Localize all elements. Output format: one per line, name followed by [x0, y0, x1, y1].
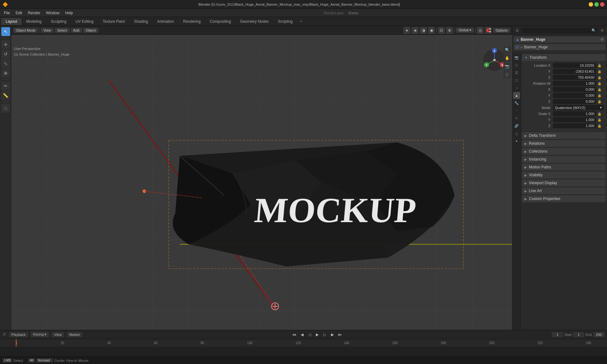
render-properties-icon[interactable]: 📷 [513, 54, 520, 61]
proportional-edit[interactable]: ◎ [477, 27, 484, 34]
play-btn[interactable]: ▶ [314, 331, 320, 338]
viewport-canvas[interactable]: MOCKUP User Perspective (1) Sc [11, 35, 512, 330]
transform-global[interactable]: Global ▾ [456, 27, 474, 33]
snap-toggle[interactable]: 🧲 [485, 27, 492, 34]
viewport-shading-wire[interactable]: ◈ [412, 27, 419, 34]
location-y-lock[interactable]: 🔒 [598, 70, 604, 73]
timeline-ruler[interactable]: 1 20 40 60 80 100 120 140 160 180 200 22… [0, 339, 607, 347]
rotation-x-value[interactable]: 0.000 [553, 87, 596, 92]
tab-uv-editing[interactable]: UV Editing [71, 18, 98, 25]
menu-help[interactable]: Help [63, 10, 76, 16]
keying-btn[interactable]: Keying ▾ [31, 332, 49, 337]
tab-compositing[interactable]: Compositing [205, 18, 236, 25]
viewport[interactable]: Object Mode View Select Add Object ● ◈ ◑… [11, 26, 512, 330]
mode-select[interactable]: Object Mode [13, 28, 38, 33]
rotation-y-value[interactable]: 0.000 [553, 93, 596, 98]
scale-x-lock[interactable]: 🔒 [598, 112, 604, 116]
object-properties-icon[interactable]: ▲ [513, 92, 520, 99]
camera-view[interactable]: 📷 [503, 63, 511, 70]
tab-sculpting[interactable]: Sculpting [46, 18, 71, 25]
particles-icon[interactable]: ∵ [513, 107, 520, 114]
constraints-icon[interactable]: 🔗 [513, 122, 520, 129]
tool-transform[interactable]: ⊕ [1, 69, 10, 77]
viewport-shading-solid[interactable]: ● [403, 27, 410, 34]
scale-z-value[interactable]: 1.000 [553, 123, 596, 128]
location-y-value[interactable]: -2363.61401 [553, 69, 596, 74]
menu-edit[interactable]: Edit [13, 10, 25, 16]
jump-start-btn[interactable]: ⏮ [291, 331, 297, 338]
relations-section[interactable]: ▶ Relations [522, 140, 606, 147]
location-x-value[interactable]: 18.23255 [553, 63, 596, 68]
viewport-shading-render[interactable]: ◉ [428, 27, 435, 34]
location-x-lock[interactable]: 🔒 [598, 64, 604, 67]
line-art-section[interactable]: ▶ Line Art [522, 187, 606, 194]
next-frame-btn[interactable]: ▶ [329, 331, 335, 338]
tab-rendering[interactable]: Rendering [179, 18, 205, 25]
rotation-mode-select[interactable]: Quaternion (WXYZ) ▾ [553, 105, 604, 110]
tool-scale[interactable]: ⤡ [1, 59, 10, 68]
minimize-button[interactable] [589, 2, 593, 7]
props-settings-icon[interactable]: ⚙ [599, 27, 606, 34]
rotation-y-lock[interactable]: 🔒 [598, 94, 604, 97]
menu-window[interactable]: Window [43, 10, 62, 16]
tab-scripting[interactable]: Scripting [273, 18, 297, 25]
location-z-lock[interactable]: 🔒 [598, 76, 604, 79]
tool-annotate[interactable]: ✏ [1, 82, 10, 90]
location-z-value[interactable]: 750.40430 [553, 75, 596, 80]
output-properties-icon[interactable]: ⬡ [513, 62, 520, 69]
scene-properties-icon[interactable]: ⬡ [513, 77, 520, 84]
tab-animation[interactable]: Animation [153, 18, 178, 25]
rotation-z-value[interactable]: 0.000 [553, 99, 596, 104]
scale-x-value[interactable]: 1.000 [553, 111, 596, 116]
modifier-properties-icon[interactable]: 🔧 [513, 100, 520, 106]
instancing-section[interactable]: ▶ Instancing [522, 156, 606, 163]
tool-rotate[interactable]: ↺ [1, 50, 10, 58]
zoom-in[interactable]: 🔍 [503, 46, 511, 54]
transform-header[interactable]: ▼ Transform [522, 54, 606, 61]
pan[interactable]: ✋ [503, 54, 511, 62]
vp-view[interactable]: View [41, 28, 53, 33]
overlay-toggle[interactable]: ⊡ [438, 27, 445, 34]
tool-select[interactable]: ↖ [1, 27, 10, 36]
start-frame-input[interactable]: 1 [573, 332, 584, 337]
maximize-button[interactable] [594, 2, 599, 7]
tool-add-cube[interactable]: □ [1, 104, 10, 113]
options-btn[interactable]: Options [493, 28, 510, 33]
material-icon[interactable]: ● [513, 137, 520, 144]
scale-z-lock[interactable]: 🔒 [598, 124, 604, 128]
tab-modeling[interactable]: Modeling [22, 18, 46, 25]
view-layer-icon[interactable]: ☰ [513, 69, 520, 76]
vp-add[interactable]: Add [71, 28, 82, 33]
tool-move[interactable]: ✛ [1, 40, 10, 49]
prev-keyframe-btn[interactable]: ◁ [306, 331, 313, 338]
vp-select[interactable]: Select [55, 28, 70, 33]
menu-render[interactable]: Render [25, 10, 43, 16]
vp-object[interactable]: Object [83, 28, 98, 33]
rotation-w-value[interactable]: 1.000 [553, 81, 596, 86]
object-data-icon[interactable]: △ [513, 130, 520, 137]
rotation-w-lock[interactable]: 🔒 [598, 82, 604, 85]
prev-frame-btn[interactable]: ◀ [299, 331, 305, 338]
menu-file[interactable]: File [1, 10, 12, 16]
local-view[interactable]: ⬡ [503, 71, 511, 78]
viewport-display-section[interactable]: ▶ Viewport Display [522, 179, 606, 186]
playback-btn[interactable]: Playback [9, 332, 28, 337]
visibility-section[interactable]: ▶ Visibility [522, 172, 606, 179]
custom-properties-section[interactable]: ▶ Custom Properties [522, 195, 606, 202]
tab-shading[interactable]: Shading [130, 18, 152, 25]
scale-y-lock[interactable]: 🔒 [598, 118, 604, 122]
current-frame-input[interactable]: 1 [552, 332, 563, 337]
marker-btn[interactable]: Marker [67, 332, 83, 337]
tab-add-button[interactable]: + [297, 18, 305, 25]
gizmo-toggle[interactable]: ⊕ [446, 27, 453, 34]
collections-section[interactable]: ▶ Collections [522, 148, 606, 155]
delta-transform-section[interactable]: ▶ Delta Transform [522, 132, 606, 139]
next-keyframe-btn[interactable]: ▷ [322, 331, 328, 338]
rotation-x-lock[interactable]: 🔒 [598, 88, 604, 91]
props-list-icon[interactable]: ☰ [514, 27, 521, 34]
physics-icon[interactable]: ⚛ [513, 115, 520, 122]
rotation-z-lock[interactable]: 🔒 [598, 100, 604, 103]
end-frame-input[interactable]: 250 [593, 332, 604, 337]
object-settings-icon[interactable]: ⚙ [600, 37, 604, 42]
world-properties-icon[interactable]: ○ [513, 84, 520, 91]
